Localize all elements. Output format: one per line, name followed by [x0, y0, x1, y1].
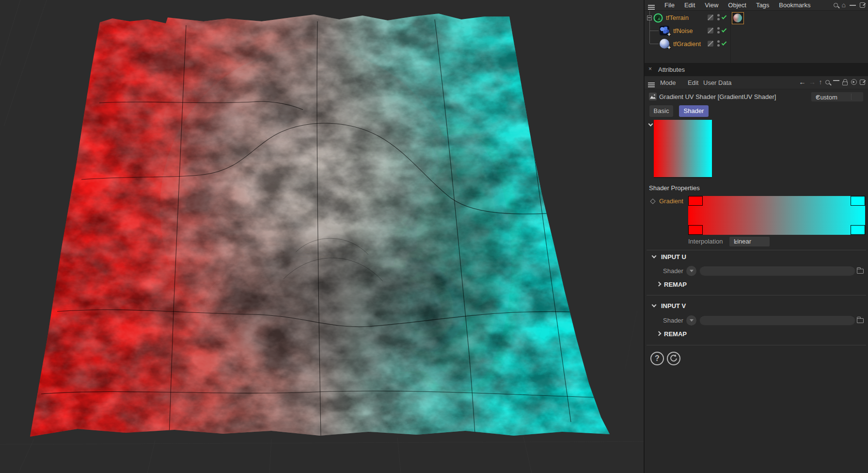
attr-menu-edit[interactable]: Edit [688, 79, 698, 86]
plus-badge-icon: + [667, 31, 671, 38]
divider [647, 345, 866, 345]
om-menu-file[interactable]: File [664, 1, 675, 9]
om-toolbar-icons: ⌂ [834, 2, 865, 8]
visibility-dots-icon[interactable] [717, 40, 720, 48]
attributes-menubar: Mode Edit User Data ← → ↑ [645, 76, 868, 89]
target-icon[interactable] [851, 79, 857, 85]
folder-browse-icon[interactable] [857, 318, 864, 323]
folder-browse-icon[interactable] [857, 269, 864, 274]
interpolation-label: Interpolation [688, 238, 723, 245]
enabled-checkmark-icon[interactable] [722, 40, 727, 46]
shader-title: Gradient UV Shader [GradientUV Shader] [659, 93, 776, 100]
collapse-expander-icon[interactable] [647, 16, 652, 20]
chevron-down-icon [816, 96, 820, 98]
page-title: Attributes [658, 66, 685, 73]
om-menu-view[interactable]: View [705, 1, 718, 9]
help-icon[interactable]: ? [650, 352, 664, 365]
shader-v-field[interactable] [699, 315, 855, 326]
noise-object-icon[interactable]: + [660, 26, 669, 35]
preset-dropdown[interactable]: Custom [811, 92, 864, 102]
shader-u-label: Shader [663, 267, 683, 275]
section-remap-u[interactable]: REMAP [664, 281, 687, 288]
attr-menu-mode[interactable]: Mode [660, 79, 676, 86]
object-manager-tree: tfTerrain + tfNoise + tfGradie [645, 11, 868, 64]
forward-arrow-icon[interactable]: → [809, 79, 816, 85]
gradient-knot-red[interactable] [688, 196, 703, 206]
chevron-down-icon[interactable] [652, 254, 657, 259]
attr-menu-userdata[interactable]: User Data [703, 79, 732, 86]
chevron-down-icon[interactable] [652, 303, 657, 308]
keyframe-diamond-icon[interactable] [650, 198, 655, 204]
om-menu-tags[interactable]: Tags [756, 1, 769, 9]
plus-badge-icon: + [667, 44, 671, 51]
home-icon[interactable]: ⌂ [842, 2, 846, 8]
gradient-knot-cyan[interactable] [851, 225, 865, 235]
pop-out-icon[interactable] [860, 2, 865, 8]
terrain-object-icon[interactable] [653, 13, 663, 23]
interpolation-dropdown[interactable]: Linear [729, 237, 770, 246]
layer-icon[interactable] [708, 41, 713, 47]
object-name-tfterrain[interactable]: tfTerrain [666, 14, 689, 21]
chevron-down-icon [734, 241, 738, 243]
table-row[interactable]: + tfNoise [645, 24, 730, 37]
table-row[interactable]: + tfGradient [645, 37, 730, 50]
tab-basic[interactable]: Basic [649, 105, 673, 117]
object-name-tfgradient[interactable]: tfGradient [673, 40, 701, 48]
section-remap-v[interactable]: REMAP [664, 330, 687, 338]
gradient-object-icon[interactable]: + [660, 39, 669, 49]
om-menu-object[interactable]: Object [728, 1, 746, 9]
divider [647, 295, 866, 295]
close-icon[interactable]: × [648, 65, 652, 72]
search-icon[interactable] [825, 80, 830, 84]
up-arrow-icon[interactable]: ↑ [819, 79, 822, 85]
material-preview-sphere [733, 14, 742, 22]
om-menu-bookmarks[interactable]: Bookmarks [779, 1, 810, 9]
enabled-checkmark-icon[interactable] [722, 27, 727, 33]
cinema4d-window: File Edit View Object Tags Bookmarks ⌂ [0, 0, 868, 473]
back-arrow-icon[interactable]: ← [799, 79, 806, 85]
shader-u-field[interactable] [699, 266, 855, 276]
chevron-right-icon[interactable] [657, 282, 662, 287]
image-shader-icon [649, 93, 657, 100]
visibility-dots-icon[interactable] [717, 27, 720, 35]
search-icon[interactable] [834, 3, 838, 7]
layer-icon[interactable] [708, 28, 713, 33]
filter-icon[interactable] [833, 80, 839, 81]
right-panel: File Edit View Object Tags Bookmarks ⌂ [644, 0, 868, 473]
divider [647, 250, 866, 250]
attributes-header: × Attributes [645, 64, 868, 76]
attr-toolbar-icons: ← → ↑ [799, 79, 866, 85]
material-thumbnail[interactable] [732, 12, 744, 24]
table-row[interactable]: tfTerrain [645, 11, 730, 24]
gradient-preview[interactable] [654, 120, 712, 178]
tree-column-divider [730, 11, 731, 64]
gradient-knot-cyan[interactable] [851, 196, 865, 206]
om-menu-edit[interactable]: Edit [684, 1, 695, 9]
visibility-dots-icon[interactable] [717, 14, 720, 22]
viewport-3d[interactable] [0, 0, 644, 473]
reset-icon[interactable] [667, 352, 680, 365]
enabled-checkmark-icon[interactable] [722, 14, 727, 19]
shader-v-dropdown-button[interactable] [686, 315, 696, 326]
terrain-mesh [0, 0, 644, 473]
shader-u-dropdown-button[interactable] [686, 266, 696, 276]
section-input-u[interactable]: INPUT U [661, 253, 686, 261]
chevron-right-icon[interactable] [657, 331, 662, 336]
pop-out-icon[interactable] [860, 80, 865, 85]
lock-icon[interactable] [842, 82, 848, 85]
shader-v-label: Shader [663, 317, 683, 324]
filter-icon[interactable] [850, 5, 856, 6]
tab-shader[interactable]: Shader [679, 105, 709, 117]
shader-properties-heading: Shader Properties [649, 184, 700, 192]
gradient-knot-red[interactable] [688, 225, 703, 235]
gradient-editor-bar[interactable] [688, 196, 865, 235]
layer-icon[interactable] [708, 15, 713, 20]
gradient-parameter-label: Gradient [659, 197, 683, 205]
circular-arrow-icon [668, 353, 679, 364]
hamburger-menu-icon[interactable] [648, 82, 655, 83]
chevron-down-icon[interactable] [648, 122, 653, 127]
hamburger-menu-icon[interactable] [648, 5, 655, 6]
section-input-v[interactable]: INPUT V [661, 302, 686, 310]
object-name-tfnoise[interactable]: tfNoise [673, 27, 693, 34]
